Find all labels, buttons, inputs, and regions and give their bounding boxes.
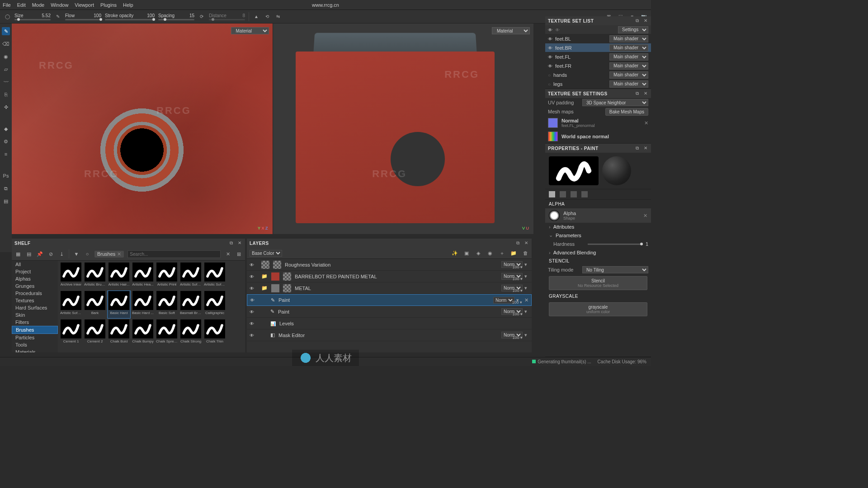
shelf-category-materials[interactable]: Materials: [12, 348, 58, 352]
shader-select[interactable]: Main shader: [609, 80, 648, 88]
brush-tip-icon[interactable]: ◯: [4, 13, 11, 20]
brush-basic-hard[interactable]: Basic Hard: [108, 291, 130, 318]
geometry-tool[interactable]: ◆: [2, 125, 10, 133]
brush-artistic-hair-[interactable]: Artistic Hair...: [108, 263, 130, 290]
shelf-category-grunges[interactable]: Grunges: [12, 282, 58, 290]
brush-cement-1[interactable]: Cement 1: [60, 319, 82, 347]
remove-icon[interactable]: ✕: [524, 297, 528, 303]
viewport-2d[interactable]: RRCG RRCG Material V U: [273, 23, 534, 234]
clear-icon[interactable]: ✕: [643, 213, 647, 219]
viewport-3d[interactable]: RRCG RRCG RRCG Material Y X Z: [12, 23, 273, 234]
delete-layer-icon[interactable]: 🗑: [522, 249, 529, 257]
shader-select[interactable]: Main shader: [609, 71, 648, 79]
brush-artistic-soft-[interactable]: Artistic Soft ...: [203, 263, 226, 290]
menu-help[interactable]: Help: [123, 2, 133, 8]
brush-basic-hard-[interactable]: Basic Hard ...: [132, 291, 154, 318]
visibility-icon[interactable]: [250, 297, 255, 303]
spacing-slider[interactable]: Spacing15: [158, 13, 194, 20]
brush-artistic-brus-[interactable]: Artistic Brus...: [84, 263, 106, 290]
texture-set-feet-fl[interactable]: feet.FLMain shader: [545, 52, 651, 61]
tab-stencil-icon[interactable]: [571, 191, 577, 197]
close-icon[interactable]: ✕: [643, 91, 648, 96]
pin-icon[interactable]: 📌: [36, 250, 43, 258]
visibility-icon[interactable]: [250, 321, 254, 326]
texture-set-hands[interactable]: handsMain shader: [545, 70, 651, 80]
shelf-search[interactable]: [127, 250, 221, 258]
add-layer-icon[interactable]: ＋: [498, 249, 505, 257]
smudge-tool[interactable]: 〰: [2, 78, 10, 86]
add-fill-icon[interactable]: ◉: [486, 249, 494, 257]
symmetry-icon[interactable]: ▲: [253, 13, 260, 20]
brush-chalk-bold[interactable]: Chalk Bold: [108, 319, 130, 347]
shader-select[interactable]: Main shader: [609, 62, 648, 70]
mirror-icon[interactable]: ⟲: [264, 13, 271, 20]
shelf-category-procedurals[interactable]: Procedurals: [12, 290, 58, 297]
vis-all-icon[interactable]: [548, 27, 552, 33]
shelf-category-all[interactable]: All: [12, 261, 58, 268]
brush-archive-inker[interactable]: Archive Inker: [60, 263, 82, 290]
flow-slider[interactable]: Flow100: [65, 13, 101, 20]
fx-icon[interactable]: ✨: [451, 249, 458, 257]
import-icon[interactable]: ⤓: [58, 250, 65, 258]
close-icon[interactable]: ✕: [237, 240, 242, 246]
blend-mode-select[interactable]: Norm: [493, 297, 514, 304]
shelf-category-skin[interactable]: Skin: [12, 311, 58, 319]
normal-map-row[interactable]: Normal feet.FL_prenormal ✕: [545, 116, 651, 130]
brush-chalk-spread[interactable]: Chalk Spread: [156, 319, 178, 347]
visibility-icon[interactable]: [548, 54, 552, 60]
texture-set-settings-dropdown[interactable]: Settings: [618, 26, 648, 33]
layer-levels[interactable]: Levels: [247, 318, 532, 329]
brush-artistic-soft-[interactable]: Artistic Soft ...: [60, 291, 82, 318]
uv-padding-select[interactable]: 3D Space Neighbor: [582, 99, 648, 106]
advanced-blending-section[interactable]: Advanced Blending: [545, 249, 651, 257]
visibility-icon[interactable]: [548, 72, 551, 78]
shelf-category-textures[interactable]: Textures: [12, 297, 58, 304]
export-tool[interactable]: ⧉: [2, 184, 10, 192]
brush-bark[interactable]: Bark: [84, 291, 106, 318]
shelf-category-filters[interactable]: Filters: [12, 319, 58, 326]
visibility-icon[interactable]: [250, 262, 254, 267]
filter-pill-brushes[interactable]: Brushes✕: [94, 251, 124, 258]
close-icon[interactable]: ✕: [643, 18, 648, 23]
layer-metal[interactable]: METALNorm▾100 ▾: [247, 282, 532, 294]
shader-select[interactable]: Main shader: [609, 44, 648, 52]
visibility-icon[interactable]: [548, 36, 552, 42]
alpha-resource-row[interactable]: Alpha Shape ✕: [545, 208, 651, 223]
undock-icon[interactable]: ⧉: [515, 240, 521, 246]
stencil-button[interactable]: Stencil No Resource Selected: [549, 276, 647, 290]
visibility-icon[interactable]: [548, 81, 551, 87]
tiling-mode-select[interactable]: No Tiling: [582, 266, 648, 273]
eraser-tool[interactable]: ⌫: [2, 40, 10, 48]
brush-artistic-print[interactable]: Artistic Print: [156, 263, 178, 290]
undock-icon[interactable]: ⧉: [635, 91, 640, 96]
shelf-category-project[interactable]: Project: [12, 268, 58, 275]
picker-tool[interactable]: ✜: [2, 103, 10, 111]
menu-file[interactable]: File: [3, 2, 11, 8]
tab-brush-icon[interactable]: [549, 191, 555, 197]
filter-icon[interactable]: ▼: [73, 250, 80, 258]
visibility-icon[interactable]: [548, 45, 552, 51]
add-mask-icon[interactable]: ▣: [463, 249, 470, 257]
grid-toggle-icon[interactable]: ⊞: [235, 250, 242, 258]
layer-roughness-variation[interactable]: Roughness VariationNorm▾100 ▾: [247, 259, 532, 271]
shelf-category-particles[interactable]: Particles: [12, 334, 58, 341]
undock-icon[interactable]: ⧉: [635, 145, 640, 151]
size-slider[interactable]: Size5.52: [14, 13, 51, 20]
clone-tool[interactable]: ⎘: [2, 90, 10, 99]
texture-set-feet-br[interactable]: feet.BRMain shader: [545, 43, 651, 52]
link-icon[interactable]: ⇋: [274, 13, 282, 20]
viewport-2d-channel-dropdown[interactable]: Material: [492, 27, 530, 34]
shelf-category-hard-surfaces[interactable]: Hard Surfaces: [12, 304, 58, 311]
hide-icon[interactable]: ⊘: [47, 250, 54, 258]
send-ps-icon[interactable]: Ps: [2, 172, 10, 180]
layer-paint[interactable]: PaintNorm▾✕100 ▾: [247, 294, 532, 306]
add-folder-icon[interactable]: 📁: [510, 249, 517, 257]
visibility-icon[interactable]: [250, 286, 254, 291]
menu-plugins[interactable]: Plugins: [100, 2, 117, 8]
settings-tool[interactable]: ⚙: [2, 137, 10, 145]
add-adjust-icon[interactable]: ◈: [475, 249, 482, 257]
visibility-icon[interactable]: [250, 333, 254, 338]
view-small-icon[interactable]: ▤: [25, 250, 33, 258]
shader-select[interactable]: Main shader: [609, 35, 648, 42]
layer-paint[interactable]: PaintNorm▾100 ▾: [247, 306, 532, 318]
